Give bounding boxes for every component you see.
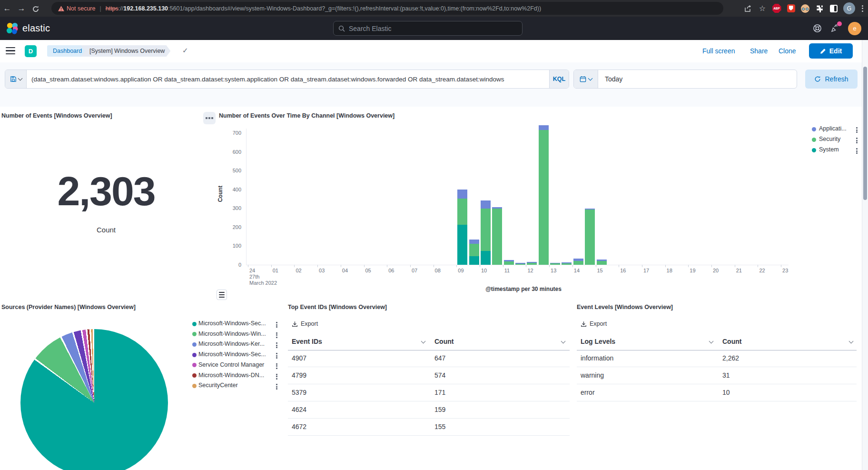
adblock-extension-icon[interactable]: ABP [772,4,781,13]
browser-profile-avatar[interactable]: G [843,2,855,14]
global-search-input[interactable]: Search Elastic [333,21,523,36]
side-panel-icon[interactable] [829,4,838,13]
legend-toggle-button[interactable] [217,290,227,300]
scrollbar-thumb[interactable] [863,67,867,200]
nav-menu-icon[interactable] [6,47,15,54]
bar-segment-application[interactable] [539,125,549,130]
bar-segment-application[interactable] [481,200,491,209]
legend-actions-icon[interactable] [275,341,278,349]
reload-icon[interactable] [29,4,43,13]
elastic-brand[interactable]: elastic [6,22,50,35]
legend-item-application[interactable]: Applicati... [819,125,847,132]
eventids-export-button[interactable]: Export [292,320,318,327]
legend-actions-icon[interactable] [275,331,278,339]
pie-legend-item[interactable]: Microsoft-Windows-Sec... [198,351,266,358]
eventlevels-export-button[interactable]: Export [581,320,607,327]
not-secure-warning[interactable]: Not secure [58,5,95,12]
date-picker-menu-button[interactable] [574,70,598,88]
extensions-puzzle-icon[interactable] [815,4,824,13]
clone-button[interactable]: Clone [779,47,796,55]
address-bar[interactable]: Not secure | https :// 192.168.235.130 :… [51,2,723,15]
x-axis-tick [642,265,642,267]
table-cell: 10 [722,389,730,396]
refresh-button[interactable]: Refresh [805,70,858,89]
shield-extension-icon[interactable] [786,4,796,13]
bar-segment-system[interactable] [469,256,479,265]
legend-actions-icon[interactable] [275,321,278,329]
bar-segment-security[interactable] [469,244,479,256]
column-actions-icon[interactable] [708,339,714,344]
avatar-extension-icon[interactable] [800,4,810,13]
bar-segment-system[interactable] [481,251,491,265]
bar-segment-security[interactable] [573,261,583,265]
eventids-panel-title: Top Event IDs [Windows Overview] [288,304,387,310]
legend-actions-icon[interactable] [275,362,278,370]
legend-item-system[interactable]: System [819,146,839,153]
x-axis-tick [434,265,434,267]
bar-segment-security[interactable] [562,263,572,265]
user-avatar[interactable]: e [848,22,861,35]
column-actions-icon[interactable] [848,339,854,344]
full-screen-button[interactable]: Full screen [702,47,735,55]
legend-actions-icon[interactable] [275,373,278,380]
legend-actions-icon[interactable] [275,383,278,390]
share-button[interactable]: Share [750,47,768,55]
bar-segment-application[interactable] [573,259,583,261]
bar-segment-security[interactable] [515,264,525,265]
pie-legend-item[interactable]: Microsoft-Windows-Sec... [198,320,266,327]
bar-segment-application[interactable] [515,263,525,264]
bar-segment-application[interactable] [597,260,607,261]
pie-legend-item[interactable]: Microsoft-Windows-Ker... [198,340,265,347]
bar-segment-application[interactable] [457,190,467,199]
bar-segment-security[interactable] [550,263,560,265]
date-range-value[interactable]: Today [598,70,629,88]
bar-segment-system[interactable] [457,225,467,265]
column-actions-icon[interactable] [420,339,426,344]
legend-actions-icon[interactable] [855,147,858,155]
pie-legend-item[interactable]: Service Control Manager [198,361,264,368]
legend-actions-icon[interactable] [275,352,278,360]
panel-options-button[interactable] [203,112,216,124]
bar-segment-security[interactable] [539,130,549,265]
x-axis-tick [364,265,365,267]
bar-segment-security[interactable] [585,210,595,265]
browser-menu-icon[interactable] [860,5,865,12]
share-icon[interactable] [743,4,753,13]
bookmark-star-icon[interactable]: ☆ [758,4,767,13]
bar-segment-application[interactable] [562,262,572,263]
bar-segment-security[interactable] [492,209,502,265]
x-axis-tick-label: 18 [667,268,672,273]
bar-segment-application[interactable] [504,260,514,261]
bar-segment-security[interactable] [457,199,467,225]
pie-legend-item[interactable]: Microsoft-Windows-Win... [198,330,266,337]
legend-actions-icon[interactable] [855,126,858,134]
x-axis-tick-label: 17 [643,268,649,273]
newsfeed-icon[interactable] [830,24,839,33]
pie-legend-item[interactable]: Microsoft-Windows-DN... [198,372,264,379]
dashboard-space-badge[interactable]: D [25,45,37,57]
bar-segment-security[interactable] [527,263,537,265]
forward-icon[interactable]: → [14,4,29,13]
pie-legend-item[interactable]: SecurityCenter [198,382,238,389]
legend-actions-icon[interactable] [855,137,858,144]
date-picker-group: Today [573,70,797,89]
bar-segment-security[interactable] [504,261,514,265]
help-icon[interactable] [813,24,822,33]
bar-segment-application[interactable] [492,207,502,209]
bar-segment-security[interactable] [597,261,607,265]
column-actions-icon[interactable] [560,339,566,344]
bar-segment-application[interactable] [527,262,537,263]
bar-segment-application[interactable] [585,209,595,210]
pie-chart[interactable] [20,329,168,470]
kql-query-input[interactable]: (data_stream.dataset:windows.application… [27,70,549,88]
bar-segment-application[interactable] [469,240,479,244]
x-axis-tick [572,265,573,267]
bar-segment-security[interactable] [481,209,491,251]
bar-segment-application[interactable] [550,263,560,264]
saved-query-menu-button[interactable] [5,70,27,88]
legend-item-security[interactable]: Security [819,136,840,142]
query-language-button[interactable]: KQL [549,70,569,88]
edit-button[interactable]: Edit [809,43,853,59]
page-scrollbar[interactable] [862,40,868,470]
back-icon[interactable]: ← [0,4,14,13]
